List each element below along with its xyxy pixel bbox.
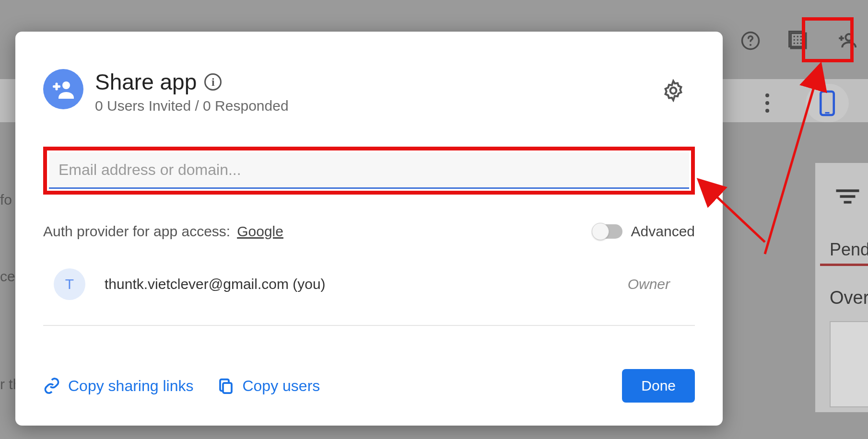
link-icon (43, 377, 60, 394)
user-email: thuntk.vietclever@gmail.com (you) (105, 276, 326, 292)
user-role: Owner (628, 276, 670, 292)
filter-icon[interactable] (834, 187, 861, 206)
more-icon[interactable] (758, 89, 777, 117)
modal-subtitle: 0 Users Invited / 0 Responded (95, 98, 650, 114)
auth-provider-link[interactable]: Google (237, 223, 283, 240)
copy-icon (217, 377, 235, 394)
bg-text-fragment: ce (0, 268, 15, 285)
advanced-label: Advanced (631, 223, 695, 240)
modal-footer: Copy sharing links Copy users Done (43, 350, 695, 403)
user-row: T thuntk.vietclever@gmail.com (you) Owne… (43, 268, 695, 326)
copy-sharing-links-button[interactable]: Copy sharing links (43, 377, 193, 395)
svg-point-1 (750, 44, 751, 46)
svg-rect-16 (821, 92, 834, 115)
overview-label: Over (830, 288, 868, 308)
share-app-modal: Share app i 0 Users Invited / 0 Responde… (15, 32, 723, 426)
bg-right-panel: Pendi Over (815, 163, 868, 412)
svg-point-10 (794, 43, 796, 45)
help-icon[interactable] (739, 29, 762, 53)
done-button[interactable]: Done (622, 369, 695, 403)
auth-label: Auth provider for app access: (43, 223, 230, 240)
annotation-highlight-box (802, 17, 854, 62)
svg-point-11 (797, 43, 799, 45)
phone-preview-button[interactable] (806, 84, 849, 122)
overview-card (830, 321, 868, 407)
svg-point-26 (670, 88, 677, 94)
pending-tab[interactable]: Pendi (830, 240, 868, 260)
svg-point-8 (797, 39, 799, 41)
share-avatar-icon (43, 69, 83, 109)
info-icon[interactable]: i (204, 73, 222, 91)
email-input[interactable] (49, 152, 689, 189)
modal-header: Share app i 0 Users Invited / 0 Responde… (43, 69, 695, 114)
bg-text-fragment: fo (0, 192, 12, 208)
svg-rect-27 (223, 383, 232, 393)
gear-icon[interactable] (661, 79, 685, 103)
tab-underline (820, 264, 868, 266)
svg-point-5 (797, 36, 799, 38)
advanced-toggle[interactable] (595, 224, 622, 239)
modal-title: Share app (95, 69, 197, 95)
svg-point-7 (794, 39, 796, 41)
svg-point-4 (794, 36, 796, 38)
email-input-highlight (43, 147, 695, 195)
copy-users-button[interactable]: Copy users (217, 377, 320, 395)
svg-point-23 (62, 81, 70, 89)
svg-rect-25 (56, 83, 58, 91)
auth-provider-row: Auth provider for app access: Google Adv… (43, 223, 695, 240)
user-avatar: T (54, 268, 85, 300)
